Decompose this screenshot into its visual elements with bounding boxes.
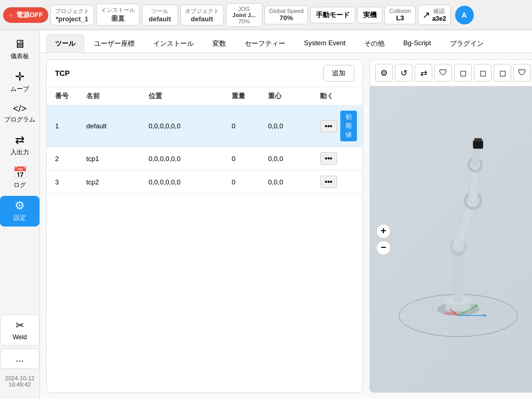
cell-position-1: 0,0,0,0,0,0 (149, 122, 232, 130)
io-icon: ⇄ (15, 135, 24, 146)
table-header: 番号 名前 位置 重量 重心 動く (47, 87, 363, 105)
sidebar-item-program[interactable]: </> プログラム (0, 100, 39, 128)
install-group[interactable]: インストール 垂直 (96, 4, 140, 26)
col-position: 位置 (149, 91, 232, 101)
right-panel: ⚙ ↺ ⇄ 🛡 ◻ ◻ ◻ 🛡 + − (369, 59, 532, 393)
sidebar-item-more[interactable]: ... (0, 349, 39, 369)
tab-user-coord[interactable]: ユーザー座標 (85, 34, 143, 52)
tab-system-event[interactable]: System Event (295, 34, 354, 52)
header: 電源OFF プロジェクト *project_1 インストール 垂直 ツール de… (0, 0, 532, 30)
project-group[interactable]: プロジェクト *project_1 (50, 5, 94, 25)
datetime: 2024-10-12 16:49:42 (3, 372, 36, 391)
manual-mode-button[interactable]: 手動モード (310, 7, 355, 23)
tab-other[interactable]: その他 (355, 34, 393, 52)
sidebar-label-io: 入出力 (10, 148, 29, 157)
sidebar-label-log: ログ (14, 181, 26, 190)
log-icon: 📅 (13, 167, 27, 179)
tab-bg-script[interactable]: Bg-Script (394, 34, 440, 52)
zoom-controls: + − (376, 224, 391, 255)
panel-header: TCP 追加 (47, 60, 363, 87)
tab-safety[interactable]: セーフティー (236, 34, 294, 52)
sidebar-label-settings: 設定 (14, 214, 26, 222)
svg-line-17 (475, 147, 477, 164)
move-icon: ✛ (15, 71, 24, 83)
cell-num-3: 3 (55, 178, 86, 186)
install-label: インストール (101, 6, 135, 14)
three-dot-button-2[interactable]: ••• (320, 152, 337, 165)
sidebar-item-settings[interactable]: ⚙ 設定 (0, 196, 39, 227)
more-label: ... (16, 353, 23, 364)
cell-weight-2: 0 (232, 155, 268, 163)
power-button[interactable]: 電源OFF (3, 7, 48, 23)
col-name: 名前 (86, 91, 149, 101)
content-area: TCP 追加 番号 名前 位置 重量 重心 動く 1 default 0,0,0… (40, 53, 532, 399)
tool-value: default (149, 15, 171, 23)
view-btn-reset[interactable]: ↺ (395, 64, 413, 82)
sidebar-item-log[interactable]: 📅 ログ (0, 163, 39, 194)
three-dot-button-1[interactable]: ••• (320, 120, 337, 132)
sidebar-item-move[interactable]: ✛ ムーブ (0, 67, 39, 98)
cell-center-3: 0,0,0 (268, 178, 320, 186)
cell-position-2: 0,0,0,0,0,0 (149, 155, 232, 163)
sidebar-item-weld[interactable]: ✂ Weld (0, 314, 39, 345)
machine-button[interactable]: 実機 (357, 7, 382, 23)
reset-button-1[interactable]: 初期値 (340, 111, 357, 141)
cell-num-1: 1 (55, 122, 86, 130)
cell-actions-3: ••• (320, 176, 354, 188)
tab-tool[interactable]: ツール (46, 34, 84, 52)
global-speed-group[interactable]: Global Speed 70% (264, 5, 309, 24)
tab-bar: ツール ユーザー座標 インストール 変数 セーフティー System Event… (40, 30, 532, 53)
collision-label: Collision (389, 8, 411, 14)
view-btn-top[interactable]: ◻ (494, 64, 511, 82)
table-row[interactable]: 1 default 0,0,0,0,0,0 0 0,0,0 ••• 初期値 (47, 105, 363, 147)
tab-variable[interactable]: 変数 (204, 34, 235, 52)
svg-text:+Xbase: +Xbase (444, 311, 457, 315)
cell-name-2: tcp1 (86, 155, 149, 163)
cell-name-3: tcp2 (86, 178, 149, 186)
jog-group[interactable]: JOG Joint J... 70% (226, 3, 262, 27)
add-button[interactable]: 追加 (323, 65, 354, 82)
project-label: プロジェクト (55, 7, 89, 15)
left-panel: TCP 追加 番号 名前 位置 重量 重心 動く 1 default 0,0,0… (46, 59, 363, 393)
tab-install[interactable]: インストール (144, 34, 203, 52)
sidebar-label-weld: Weld (12, 334, 26, 341)
cell-center-1: 0,0,0 (268, 122, 320, 130)
power-label: 電源OFF (16, 10, 43, 20)
cell-actions-2: ••• (320, 152, 354, 165)
collision-group[interactable]: Collision L3 (384, 5, 416, 24)
confirm-group[interactable]: ↗ 確認 a3e2 (418, 5, 451, 25)
zoom-in-button[interactable]: + (376, 224, 391, 238)
zoom-out-button[interactable]: − (376, 241, 391, 255)
robot-arm-svg: +Xbase (391, 110, 526, 369)
view-btn-shield[interactable]: 🛡 (434, 64, 452, 82)
tab-plugin[interactable]: プラグイン (441, 34, 493, 52)
object-group[interactable]: オブジェクト default (180, 5, 224, 25)
confirm-value: a3e2 (432, 15, 446, 22)
settings-icon: ⚙ (15, 200, 25, 211)
view-btn-iso[interactable]: 🛡 (513, 64, 531, 82)
collision-value: L3 (396, 14, 404, 22)
view-btn-front[interactable]: ◻ (454, 64, 472, 82)
view-btn-mirror[interactable]: ⇄ (415, 64, 432, 82)
view-btn-rotate[interactable]: ⚙ (375, 64, 393, 82)
table-row[interactable]: 2 tcp1 0,0,0,0,0,0 0 0,0,0 ••• (47, 147, 363, 170)
cell-weight-1: 0 (232, 122, 268, 130)
dashboard-icon: 🖥 (14, 38, 25, 50)
object-label: オブジェクト (185, 7, 219, 15)
jog-pct: 70% (238, 18, 250, 24)
table-row[interactable]: 3 tcp2 0,0,0,0,0,0 0 0,0,0 ••• (47, 170, 363, 194)
tool-group[interactable]: ツール default (142, 5, 178, 25)
sidebar-label-move: ムーブ (10, 85, 29, 94)
confirm-label: 確認 (432, 7, 446, 15)
svg-rect-5 (453, 248, 463, 303)
sidebar-item-dashboard[interactable]: 🖥 儀表板 (0, 34, 39, 65)
three-dot-button-3[interactable]: ••• (320, 176, 337, 188)
sidebar: 🖥 儀表板 ✛ ムーブ </> プログラム ⇄ 入出力 📅 ログ ⚙ 設定 ✂ … (0, 30, 40, 399)
3d-view[interactable]: + − (370, 86, 532, 392)
view-btn-side[interactable]: ◻ (474, 64, 491, 82)
avatar[interactable]: A (455, 6, 474, 24)
col-weight: 重量 (232, 91, 268, 101)
svg-rect-19 (474, 138, 482, 142)
view-toolbar: ⚙ ↺ ⇄ 🛡 ◻ ◻ ◻ 🛡 (370, 60, 532, 86)
sidebar-item-io[interactable]: ⇄ 入出力 (0, 130, 39, 161)
